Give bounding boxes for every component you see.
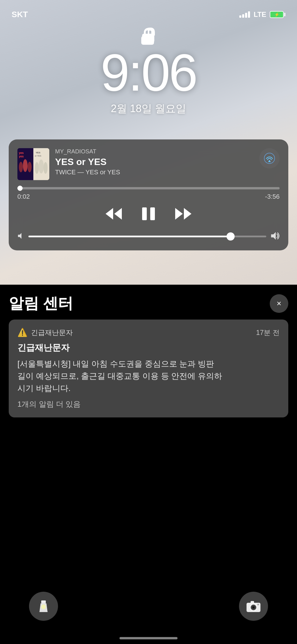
rewind-button[interactable]: [105, 207, 122, 221]
battery-lightning-icon: ⚡: [274, 12, 279, 17]
notification-center: 알림 센터 × ⚠️ 긴급재난문자 17분 전 긴급재난문자 [서울특별시청] …: [0, 293, 297, 417]
time-display: 9:06 2월 18일 월요일: [101, 46, 196, 116]
svg-rect-25: [41, 600, 46, 603]
rewind-icon: [105, 207, 122, 221]
notification-time: 17분 전: [256, 328, 280, 337]
svg-point-5: [23, 159, 28, 172]
flashlight-icon: [37, 599, 50, 613]
volume-bar[interactable]: [28, 236, 266, 237]
close-icon: ×: [277, 299, 281, 308]
svg-point-10: [35, 162, 39, 174]
svg-point-11: [39, 159, 44, 173]
svg-marker-21: [175, 208, 183, 220]
svg-point-33: [257, 604, 259, 605]
pause-button[interactable]: [140, 205, 157, 223]
signal-bar-2: [242, 14, 244, 18]
svg-marker-18: [114, 208, 122, 220]
clock-time: 9:06: [101, 46, 196, 99]
carrier-label: SKT: [12, 10, 28, 19]
current-time: 0:02: [17, 193, 30, 200]
svg-rect-20: [150, 207, 155, 220]
volume-fill: [28, 236, 231, 237]
pause-icon: [140, 205, 157, 223]
notification-header: 알림 센터 ×: [9, 293, 288, 314]
player-info: MY_RADIOSAT YES or YES TWICE — YES or YE…: [55, 148, 253, 176]
fast-forward-button[interactable]: [175, 207, 192, 221]
svg-point-4: [19, 162, 23, 172]
emergency-notification-card[interactable]: ⚠️ 긴급재난문자 17분 전 긴급재난문자 [서울특별시청] 내일 아침 수도…: [9, 320, 288, 417]
player-top-row: yes yes YES or YES: [17, 148, 280, 180]
notification-center-title: 알림 센터: [9, 293, 73, 314]
airplay-button[interactable]: [259, 148, 280, 168]
player-subtitle-label: TWICE — YES or YES: [55, 168, 253, 176]
notification-source: ⚠️ 긴급재난문자: [17, 328, 73, 337]
svg-point-6: [28, 162, 32, 172]
camera-button[interactable]: [239, 592, 268, 621]
time-labels: 0:02 -3:56: [17, 193, 280, 200]
svg-marker-22: [184, 208, 191, 220]
svg-marker-24: [271, 232, 276, 240]
camera-icon: [246, 599, 261, 613]
fast-forward-icon: [175, 207, 192, 221]
svg-marker-23: [18, 233, 21, 239]
album-art-inner: yes yes YES or YES: [17, 148, 49, 180]
progress-section: 0:02 -3:56: [17, 187, 280, 200]
volume-high-icon: [270, 231, 280, 242]
status-bar: SKT LTE ⚡: [0, 0, 297, 23]
signal-bar-1: [239, 15, 241, 18]
airplay-icon: [264, 153, 275, 164]
player-title-label: YES or YES: [55, 157, 253, 167]
signal-bar-4: [248, 11, 250, 18]
signal-bars: [239, 11, 250, 18]
svg-point-12: [44, 162, 48, 174]
network-type-label: LTE: [253, 10, 266, 19]
album-left-panel: yes yes: [17, 148, 33, 180]
notification-card-title: 긴급재난문자: [17, 342, 280, 354]
notification-close-button[interactable]: ×: [270, 294, 288, 313]
volume-control: [17, 231, 280, 242]
svg-rect-19: [142, 207, 147, 220]
album-right-svg: YES or YES: [33, 148, 49, 180]
notification-card-body: [서울특별시청] 내일 아침 수도권을 중심으로 눈과 빙판길이 예상되므로, …: [17, 358, 280, 394]
notification-card-header: ⚠️ 긴급재난문자 17분 전: [17, 328, 280, 337]
svg-text:yes: yes: [19, 155, 24, 158]
progress-handle[interactable]: [17, 186, 23, 191]
notification-source-label: 긴급재난문자: [31, 328, 73, 337]
bottom-buttons: [0, 592, 297, 621]
svg-marker-17: [106, 208, 113, 220]
remaining-time: -3:56: [265, 193, 280, 200]
volume-handle[interactable]: [227, 232, 235, 241]
svg-text:yes: yes: [19, 151, 24, 155]
signal-bar-3: [245, 13, 247, 18]
music-player-widget: yes yes YES or YES: [9, 139, 288, 250]
status-right: LTE ⚡: [239, 10, 285, 19]
battery-tip: [284, 13, 285, 16]
player-source-label: MY_RADIOSAT: [55, 148, 253, 155]
svg-point-27: [41, 604, 46, 609]
flashlight-button[interactable]: [29, 592, 58, 621]
svg-point-31: [253, 607, 254, 608]
svg-rect-32: [251, 601, 254, 603]
progress-bar[interactable]: [17, 187, 280, 189]
battery-indicator: ⚡: [270, 11, 285, 18]
svg-text:or YES: or YES: [35, 155, 41, 157]
svg-text:YES: YES: [36, 151, 41, 154]
playback-controls: [17, 205, 280, 223]
battery-body: ⚡: [270, 11, 284, 18]
clock-date: 2월 18일 월요일: [101, 102, 196, 116]
volume-low-icon: [17, 232, 24, 241]
album-left-svg: yes yes: [17, 148, 33, 180]
warning-icon: ⚠️: [17, 328, 28, 337]
home-indicator[interactable]: [119, 637, 178, 639]
notification-more-label: 1개의 알림 더 있음: [17, 399, 280, 409]
album-art: yes yes YES or YES: [17, 148, 49, 180]
album-right-panel: YES or YES: [33, 148, 49, 180]
